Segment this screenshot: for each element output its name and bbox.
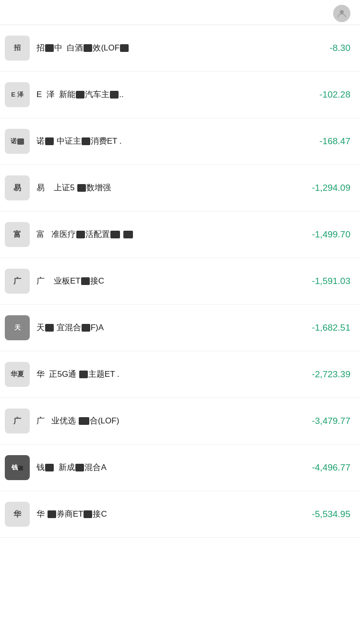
fund-value: -5,534.95	[298, 509, 350, 520]
fund-info: E 泽 新能汽车主..	[36, 89, 298, 100]
item-left: 招 招中 白酒效(LOF	[5, 36, 298, 61]
fund-name: E 泽 新能汽车主..	[36, 90, 124, 99]
item-left: 富 富 准医疗活配置	[5, 222, 298, 247]
fund-name: 诺 中证主消费ET .	[36, 136, 122, 146]
fund-name: 华 券商ET接C	[36, 509, 107, 519]
fund-name: 易 上证5 数增强	[36, 183, 111, 192]
list-item[interactable]: 广 广 业板ET接C -1,591.03	[0, 258, 360, 305]
fund-value: -3,479.77	[298, 416, 350, 426]
fund-info: 华 正5G通 主题ET .	[36, 369, 298, 380]
fund-info: 钱 新成混合A	[36, 462, 298, 473]
fund-logo: 招	[5, 36, 30, 61]
list-item[interactable]: 招 招中 白酒效(LOF -8.30	[0, 25, 360, 72]
fund-value: -168.47	[298, 136, 350, 147]
fund-name: 广 业优选 合(LOF)	[36, 416, 119, 425]
fund-info: 广 业板ET接C	[36, 276, 298, 286]
fund-name: 广 业板ET接C	[36, 276, 104, 285]
fund-info: 易 上证5 数增强	[36, 183, 298, 193]
fund-info: 富 准医疗活配置	[36, 229, 298, 240]
fund-name: 招中 白酒效(LOF	[36, 43, 129, 52]
list-item[interactable]: 易 易 上证5 数增强 -1,294.09	[0, 165, 360, 211]
fund-value: -1,294.09	[298, 183, 350, 193]
item-left: 广 广 业板ET接C	[5, 269, 298, 294]
fund-value: -1,499.70	[298, 229, 350, 240]
fund-name: 钱 新成混合A	[36, 463, 107, 472]
fund-info: 广 业优选 合(LOF)	[36, 416, 298, 426]
item-left: 天 天 宜混合F)A	[5, 315, 298, 340]
fund-info: 招中 白酒效(LOF	[36, 43, 298, 53]
item-left: 华 华 券商ET接C	[5, 502, 298, 527]
list-item[interactable]: 富 富 准医疗活配置 -1,499.70	[0, 211, 360, 258]
fund-logo: 广	[5, 409, 30, 433]
item-left: 钱 钱 新成混合A	[5, 455, 298, 480]
item-left: 诺 诺 中证主消费ET .	[5, 129, 298, 154]
fund-list: 招 招中 白酒效(LOF -8.30 E 泽 E 泽 新能汽车主.. -102.…	[0, 25, 360, 538]
list-item[interactable]: 华 华 券商ET接C -5,534.95	[0, 491, 360, 538]
item-left: 广 广 业优选 合(LOF)	[5, 409, 298, 433]
page-header	[0, 0, 360, 25]
fund-value: -1,591.03	[298, 276, 350, 286]
fund-info: 天 宜混合F)A	[36, 322, 298, 333]
list-item[interactable]: 华夏 华 正5G通 主题ET . -2,723.39	[0, 351, 360, 398]
fund-logo: 易	[5, 175, 30, 200]
fund-name: 天 宜混合F)A	[36, 323, 104, 332]
fund-value: -8.30	[298, 43, 350, 53]
fund-logo: 诺	[5, 129, 30, 154]
fund-logo: 华	[5, 502, 30, 527]
fund-logo: 华夏	[5, 362, 30, 387]
fund-name: 富 准医疗活配置	[36, 230, 133, 239]
fund-logo: 广	[5, 269, 30, 294]
list-item[interactable]: 诺 诺 中证主消费ET . -168.47	[0, 118, 360, 165]
item-left: 易 易 上证5 数增强	[5, 175, 298, 200]
item-left: E 泽 E 泽 新能汽车主..	[5, 82, 298, 107]
svg-point-0	[340, 10, 344, 14]
list-item[interactable]: 钱 钱 新成混合A -4,496.77	[0, 445, 360, 491]
fund-value: -1,682.51	[298, 322, 350, 333]
fund-logo: 天	[5, 315, 30, 340]
fund-name: 华 正5G通 主题ET .	[36, 370, 120, 379]
fund-info: 华 券商ET接C	[36, 509, 298, 520]
list-item[interactable]: 广 广 业优选 合(LOF) -3,479.77	[0, 398, 360, 445]
avatar[interactable]	[333, 5, 350, 22]
fund-value: -2,723.39	[298, 369, 350, 380]
fund-logo: 钱	[5, 455, 30, 480]
fund-logo: 富	[5, 222, 30, 247]
list-item[interactable]: 天 天 宜混合F)A -1,682.51	[0, 305, 360, 351]
item-left: 华夏 华 正5G通 主题ET .	[5, 362, 298, 387]
fund-value: -102.28	[298, 89, 350, 100]
fund-value: -4,496.77	[298, 462, 350, 473]
fund-logo: E 泽	[5, 82, 30, 107]
list-item[interactable]: E 泽 E 泽 新能汽车主.. -102.28	[0, 72, 360, 118]
fund-info: 诺 中证主消费ET .	[36, 136, 298, 147]
